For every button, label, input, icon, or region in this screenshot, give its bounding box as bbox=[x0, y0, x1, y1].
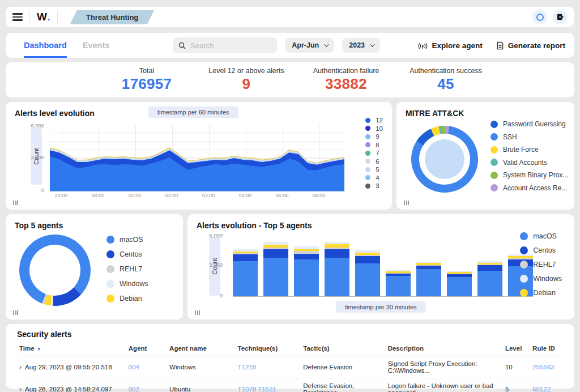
legend-item[interactable]: 8 bbox=[365, 142, 383, 148]
col-agent[interactable]: Agent bbox=[126, 342, 167, 356]
legend-item[interactable]: Brute Force bbox=[491, 146, 568, 154]
legend-item[interactable]: 4 bbox=[365, 174, 383, 181]
chart-legend: Password GuerssingSSHBrute ForceValid Ac… bbox=[491, 120, 568, 192]
legend-item[interactable]: 12 bbox=[365, 117, 383, 123]
technique-link[interactable]: T1218 bbox=[238, 364, 257, 370]
stat-level-12: Level 12 or above alerts 9 bbox=[201, 67, 292, 93]
mitre-donut-chart[interactable] bbox=[411, 126, 478, 193]
col-agent-name[interactable]: Agent name bbox=[167, 342, 236, 356]
legend-label: 12 bbox=[376, 117, 383, 123]
explore-agent-button[interactable]: Explore agent bbox=[418, 41, 482, 50]
bar-segment-macOS bbox=[447, 277, 472, 296]
legend-item[interactable]: 10 bbox=[365, 125, 383, 132]
legend-label: REHL7 bbox=[120, 265, 142, 273]
tab-dashboard[interactable]: Dashboard bbox=[24, 33, 67, 58]
legend-item[interactable]: REHL7 bbox=[520, 261, 562, 269]
col-techniques[interactable]: Technique(s) bbox=[236, 342, 301, 356]
legend-item[interactable]: REHL7 bbox=[106, 265, 148, 273]
app-logo[interactable]: W. bbox=[37, 11, 50, 23]
rule-id-link[interactable]: 255563 bbox=[532, 364, 554, 370]
col-rule-id[interactable]: Rule ID bbox=[530, 342, 563, 356]
legend-item[interactable]: Centos bbox=[520, 246, 562, 254]
x-axis-ticks: 23:0000:0001:0002:0003:0004:0005:0006:00 bbox=[50, 193, 344, 201]
chart-legend: 12109876543 bbox=[365, 117, 383, 189]
legend-item[interactable]: 7 bbox=[365, 150, 383, 156]
cell-agent-name: Windows bbox=[167, 356, 236, 378]
legend-dot bbox=[365, 159, 370, 164]
legend-item[interactable]: Debian bbox=[520, 289, 562, 297]
cell-techniques: T1218 bbox=[236, 356, 301, 378]
stacked-bar[interactable] bbox=[294, 246, 319, 296]
agent-signal-icon bbox=[418, 42, 428, 49]
agent-link[interactable]: 002 bbox=[129, 386, 139, 392]
legend-item[interactable]: macOS bbox=[106, 236, 148, 244]
chevron-down-icon bbox=[370, 42, 374, 46]
year-dropdown[interactable]: 2023 bbox=[342, 38, 380, 53]
legend-dot bbox=[365, 167, 370, 172]
stacked-bar[interactable] bbox=[386, 270, 411, 296]
col-time[interactable]: Time▼ bbox=[17, 342, 126, 356]
x-tick: 05:00 bbox=[276, 193, 289, 198]
col-level[interactable]: Level bbox=[503, 342, 530, 356]
panel-options-icon[interactable] bbox=[195, 310, 200, 315]
legend-dot bbox=[520, 275, 528, 283]
bar-chart[interactable] bbox=[233, 233, 533, 297]
area-chart[interactable] bbox=[50, 125, 344, 191]
legend-item[interactable]: Account Access Re... bbox=[491, 184, 568, 192]
legend-dot bbox=[491, 133, 498, 140]
technique-link[interactable]: T1531 bbox=[258, 386, 276, 392]
legend-item[interactable]: Password Guerssing bbox=[491, 120, 568, 128]
col-description[interactable]: Description bbox=[386, 342, 503, 356]
legend-item[interactable]: Windows bbox=[520, 275, 562, 283]
legend-item[interactable]: 3 bbox=[365, 182, 383, 189]
technique-link[interactable]: T1078 bbox=[238, 386, 257, 392]
cell-rule-id: 255563 bbox=[530, 356, 563, 378]
stacked-bar[interactable] bbox=[416, 262, 441, 296]
stacked-bar[interactable] bbox=[325, 242, 349, 296]
stacked-bar[interactable] bbox=[263, 242, 288, 296]
stacked-bar[interactable] bbox=[233, 249, 258, 296]
search-box[interactable] bbox=[173, 37, 277, 53]
legend-item[interactable]: Centos bbox=[106, 250, 148, 258]
rule-id-link[interactable]: 60122 bbox=[532, 386, 551, 392]
breadcrumb[interactable]: Threat Hunting bbox=[70, 10, 154, 24]
bar-segment-Centos bbox=[294, 254, 319, 259]
legend-label: 7 bbox=[376, 150, 379, 156]
report-icon bbox=[496, 41, 504, 50]
tab-events[interactable]: Events bbox=[83, 33, 110, 58]
legend-item[interactable]: Debian bbox=[106, 295, 148, 302]
legend-item[interactable]: 9 bbox=[365, 133, 383, 140]
sort-desc-icon[interactable]: ▼ bbox=[37, 347, 41, 352]
stacked-bar[interactable] bbox=[355, 250, 380, 296]
bar-segment-Centos bbox=[477, 265, 502, 270]
month-range-dropdown[interactable]: Apr-Jun bbox=[285, 38, 334, 53]
col-tactics[interactable]: Tactic(s) bbox=[301, 342, 385, 356]
generate-report-button[interactable]: Generate report bbox=[496, 41, 565, 50]
legend-label: 9 bbox=[376, 133, 379, 140]
status-ring-button[interactable] bbox=[532, 10, 547, 24]
legend-item[interactable]: SSH bbox=[491, 133, 568, 141]
panel-options-icon[interactable] bbox=[13, 201, 18, 205]
explore-agent-label: Explore agent bbox=[432, 41, 482, 50]
menu-icon[interactable] bbox=[12, 13, 23, 20]
legend-item[interactable]: Valid Accounts bbox=[491, 159, 568, 167]
logout-button[interactable] bbox=[553, 10, 568, 24]
legend-item[interactable]: Windows bbox=[106, 280, 148, 288]
panel-options-icon[interactable] bbox=[13, 310, 18, 315]
search-input[interactable] bbox=[190, 41, 264, 50]
legend-dot bbox=[520, 289, 528, 297]
panel-title: Alerts evolution - Top 5 agents bbox=[197, 221, 565, 230]
top5-donut-chart[interactable] bbox=[19, 235, 91, 306]
expand-row-icon[interactable]: › bbox=[19, 363, 22, 371]
legend-item[interactable]: 5 bbox=[365, 166, 383, 173]
bar-segment-Centos bbox=[325, 249, 349, 258]
legend-item[interactable]: macOS bbox=[520, 232, 562, 240]
legend-item[interactable]: 6 bbox=[365, 158, 383, 165]
legend-item[interactable]: System Binary Prox... bbox=[491, 171, 568, 179]
agent-link[interactable]: 004 bbox=[129, 364, 139, 370]
stacked-bar[interactable] bbox=[447, 271, 472, 296]
stacked-bar[interactable] bbox=[477, 261, 502, 296]
panel-options-icon[interactable] bbox=[404, 201, 409, 205]
y-tick: 3,000 bbox=[203, 262, 223, 268]
expand-row-icon[interactable]: › bbox=[19, 385, 22, 392]
